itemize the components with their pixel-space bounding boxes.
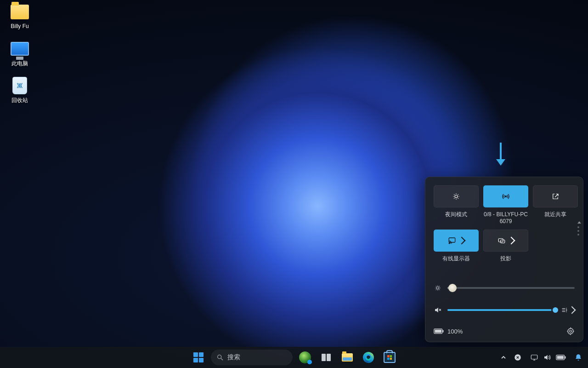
desktop-icon-this-pc[interactable]: 此电脑: [4, 40, 36, 68]
tile-label: 有线显示器: [442, 255, 470, 269]
desktop[interactable]: Billy Fu 此电脑 回收站 夜间模式 0/8: [0, 0, 588, 368]
brightness-icon: [434, 284, 442, 292]
share-icon: [551, 192, 560, 201]
svg-marker-1: [496, 159, 505, 166]
svg-point-5: [449, 243, 450, 244]
recycle-bin-icon: [11, 76, 29, 95]
volume-slider-row: [434, 303, 575, 317]
start-button[interactable]: [190, 349, 207, 366]
project-button[interactable]: [483, 230, 528, 252]
tile-label: 就近共享: [544, 211, 566, 225]
chevron-right-icon: [458, 237, 466, 245]
audio-output-icon: [561, 306, 568, 314]
volume-slider[interactable]: [447, 309, 555, 311]
svg-rect-18: [557, 356, 564, 359]
desktop-icon-recycle-bin[interactable]: 回收站: [4, 76, 36, 104]
gear-icon: [566, 327, 575, 335]
svg-line-14: [221, 358, 223, 360]
tile-night-light: 夜间模式: [434, 185, 479, 225]
svg-point-3: [505, 196, 507, 197]
quick-settings-panel: 夜间模式 0/8 - BILLYFU-PC 6079 就近共享 有: [425, 177, 583, 342]
ms-store-button[interactable]: [381, 349, 398, 366]
network-icon: [530, 353, 538, 362]
tile-label: 0/8 - BILLYFU-PC 6079: [483, 211, 528, 225]
battery-icon: [556, 354, 566, 361]
desktop-icon-label: Billy Fu: [4, 23, 36, 29]
night-light-toggle[interactable]: [434, 185, 479, 207]
desktop-icon-label: 回收站: [4, 97, 36, 104]
file-explorer-button[interactable]: [339, 349, 356, 366]
tray-status-button[interactable]: [511, 349, 525, 366]
annotation-arrow: [494, 142, 508, 166]
brightness-slider[interactable]: [447, 287, 575, 289]
quick-settings-tiles: 夜间模式 0/8 - BILLYFU-PC 6079 就近共享 有: [434, 185, 575, 269]
tile-label: 夜间模式: [445, 211, 467, 225]
search-placeholder: 搜索: [227, 353, 240, 362]
pc-icon: [11, 40, 29, 58]
svg-rect-10: [435, 330, 441, 333]
svg-rect-16: [531, 355, 537, 359]
settings-button[interactable]: [566, 327, 575, 335]
tray-overflow-button[interactable]: [498, 349, 509, 366]
taskbar-tray: [498, 349, 585, 366]
wired-display-button[interactable]: [434, 230, 479, 252]
store-icon: [384, 352, 396, 363]
hotspot-icon: [501, 192, 510, 201]
sliders-section: [434, 281, 575, 317]
hotspot-toggle[interactable]: [483, 185, 528, 207]
volume-icon: [543, 353, 551, 362]
task-view-button[interactable]: [317, 349, 335, 366]
search-icon: [216, 354, 224, 361]
tile-project: 投影: [483, 230, 528, 269]
windows-logo-icon: [193, 352, 204, 362]
chevron-up-icon: [501, 355, 506, 360]
quick-settings-tray-button[interactable]: [526, 349, 570, 366]
folder-icon: [342, 353, 353, 362]
battery-status[interactable]: 100%: [434, 328, 463, 335]
battery-icon: [434, 328, 444, 334]
chevron-right-icon: [508, 237, 515, 245]
tile-hotspot: 0/8 - BILLYFU-PC 6079: [483, 185, 528, 225]
taskbar-center: 搜索: [190, 349, 398, 366]
nearby-share-toggle[interactable]: [533, 185, 578, 207]
chevron-right-icon: [568, 306, 576, 314]
svg-point-2: [455, 195, 458, 198]
svg-rect-11: [442, 330, 443, 332]
task-view-icon: [322, 354, 331, 361]
tiles-scroll-indicator[interactable]: [577, 221, 581, 236]
assistant-button[interactable]: [296, 349, 314, 366]
svg-rect-7: [501, 240, 505, 243]
folder-icon: [11, 3, 29, 21]
svg-rect-4: [449, 238, 455, 242]
bell-icon: [574, 353, 582, 362]
volume-mute-icon[interactable]: [434, 306, 442, 314]
night-light-icon: [452, 192, 460, 201]
battery-text: 100%: [447, 328, 463, 335]
desktop-icon-label: 此电脑: [4, 60, 36, 68]
taskbar: 搜索: [0, 347, 588, 368]
quick-settings-footer: 100%: [434, 327, 575, 335]
cast-icon: [448, 236, 456, 245]
svg-point-12: [570, 330, 572, 333]
tile-wired-display: 有线显示器: [434, 230, 479, 269]
audio-output-select[interactable]: [561, 306, 575, 314]
search-box[interactable]: 搜索: [211, 350, 293, 365]
globe-icon: [299, 351, 311, 363]
svg-rect-19: [565, 356, 565, 358]
tile-label: 投影: [500, 255, 511, 269]
edge-icon: [363, 352, 374, 363]
desktop-icon-user-folder[interactable]: Billy Fu: [4, 3, 36, 29]
brightness-slider-row: [434, 281, 575, 295]
project-icon: [498, 236, 506, 245]
notifications-button[interactable]: [571, 349, 585, 366]
svg-point-8: [436, 287, 439, 289]
edge-button[interactable]: [360, 349, 377, 366]
close-circle-icon: [514, 353, 522, 362]
svg-point-13: [218, 355, 221, 359]
tile-nearby-share: 就近共享: [533, 185, 578, 225]
